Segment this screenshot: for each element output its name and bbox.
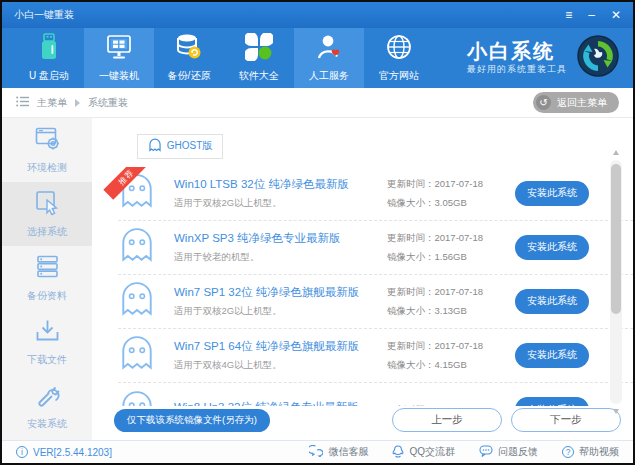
nav-item-software-center[interactable]: 软件大全 <box>224 28 294 88</box>
update-time: 更新时间：2017-07-18 <box>387 400 499 406</box>
return-main-menu-button[interactable]: ↺ 返回主菜单 <box>533 92 619 113</box>
nav-item-label: 人工服务 <box>309 69 349 83</box>
ghost-icon <box>118 390 156 406</box>
sidebar-item-choose-system[interactable]: 选择系统 <box>2 182 92 246</box>
top-nav: U 盘启动 一键装机 <box>2 28 633 88</box>
system-subtitle: 适用于较老的机型。 <box>174 251 387 264</box>
system-title[interactable]: Win8 Up3 32位 纯净绿色专业最新版 <box>174 400 387 406</box>
system-list: 推荐 Win10 LTSB 32位 纯净绿色最新版 适用于双核2G以上机型。 <box>92 167 633 406</box>
sidebar-item-backup-data[interactable]: 备份资料 <box>2 246 92 310</box>
scroll-up-arrow[interactable] <box>613 150 619 155</box>
back-arrow-icon: ↺ <box>536 95 551 110</box>
breadcrumb-arrow-icon <box>75 99 80 107</box>
version-label: VER[2.5.44.1203] <box>33 447 112 458</box>
system-row: Win7 SP1 32位 纯净绿色旗舰最新版 适用于双核2G以上机型。 更新时间… <box>118 275 633 329</box>
brand-slogan: 最好用的系统重装工具 <box>467 63 567 76</box>
next-step-button[interactable]: 下一步 <box>511 408 621 432</box>
info-icon: i <box>16 446 28 458</box>
system-row: 推荐 Win10 LTSB 32位 纯净绿色最新版 适用于双核2G以上机型。 <box>118 167 633 221</box>
nav-item-label: 备份/还原 <box>168 69 211 83</box>
sidebar-item-label: 备份资料 <box>27 289 67 303</box>
image-size: 镜像大小：4.15GB <box>387 355 499 374</box>
system-title[interactable]: Win10 LTSB 32位 纯净绿色最新版 <box>174 177 387 192</box>
menu-icon[interactable]: ≡ <box>565 9 572 21</box>
system-subtitle: 适用于双核4G以上机型。 <box>174 359 387 372</box>
status-bar: i VER[2.5.44.1203] 微信客服 <box>2 440 633 463</box>
breadcrumb-current: 系统重装 <box>88 96 128 110</box>
update-time: 更新时间：2017-07-18 <box>387 282 499 301</box>
download-icon <box>34 317 61 348</box>
wechat-service-link[interactable]: 微信客服 <box>309 445 368 460</box>
breadcrumb-root[interactable]: 主菜单 <box>37 96 67 110</box>
scrollbar[interactable] <box>610 160 622 404</box>
minimize-icon[interactable]: – <box>588 9 595 21</box>
sidebar-item-label: 选择系统 <box>27 225 67 239</box>
ghost-icon <box>118 335 156 375</box>
system-row: Win7 SP1 64位 纯净绿色旗舰最新版 适用于双核4G以上机型。 更新时间… <box>118 329 633 383</box>
ghost-icon <box>118 227 156 267</box>
brand-name: 小白系统 <box>467 40 567 63</box>
system-title[interactable]: Win7 SP1 64位 纯净绿色旗舰最新版 <box>174 339 387 354</box>
image-size: 镜像大小：3.13GB <box>387 301 499 320</box>
main-panel: GHOST版 推荐 Win10 LTSB 32位 纯净绿色最新版 <box>92 118 633 440</box>
nav-item-backup-restore[interactable]: 备份/还原 <box>154 28 224 88</box>
sidebar-item-env-check[interactable]: 环境检测 <box>2 118 92 182</box>
nav-item-official-site[interactable]: 官方网站 <box>364 28 434 88</box>
update-time: 更新时间：2017-07-18 <box>387 228 499 247</box>
system-row: WinXP SP3 纯净绿色专业最新版 适用于较老的机型。 更新时间：2017-… <box>118 221 633 275</box>
brand-logo-icon <box>577 35 619 81</box>
feedback-link[interactable]: 问题反馈 <box>479 445 538 460</box>
help-video-link[interactable]: ? 帮助视频 <box>562 445 619 460</box>
qq-group-link[interactable]: QQ交流群 <box>392 445 455 460</box>
install-system-button[interactable]: 安装此系统 <box>515 289 589 314</box>
sidebar-item-download-files[interactable]: 下载文件 <box>2 310 92 374</box>
install-system-button[interactable]: 安装此系统 <box>515 397 589 406</box>
scroll-down-arrow[interactable] <box>613 409 619 414</box>
cursor-select-icon <box>34 189 61 220</box>
sidebar-item-label: 下载文件 <box>27 353 67 367</box>
install-system-button[interactable]: 安装此系统 <box>515 343 589 368</box>
qq-penguin-icon <box>392 445 404 460</box>
nav-item-label: U 盘启动 <box>29 69 69 83</box>
sidebar-item-install-system[interactable]: 安装系统 <box>2 374 92 438</box>
nav-item-human-service[interactable]: 人工服务 <box>294 28 364 88</box>
window-title: 小白一键重装 <box>14 8 74 22</box>
system-subtitle: 适用于双核2G以上机型。 <box>174 197 387 210</box>
nav-item-one-key-install[interactable]: 一键装机 <box>84 28 154 88</box>
monitor-windows-icon <box>105 33 133 65</box>
brand: 小白系统 最好用的系统重装工具 <box>467 28 633 88</box>
nav-item-usb-boot[interactable]: U 盘启动 <box>14 28 84 88</box>
system-row: Win8 Up3 32位 纯净绿色专业最新版 更新时间：2017-07-18 安… <box>118 383 633 406</box>
usb-drive-icon <box>36 33 62 65</box>
feedback-bubble-icon <box>479 445 493 459</box>
database-restore-icon <box>175 33 203 65</box>
title-bar: 小白一键重装 ≡ – ✕ <box>2 2 633 28</box>
nav-item-label: 软件大全 <box>239 69 279 83</box>
nav-item-label: 官方网站 <box>379 69 419 83</box>
system-title[interactable]: Win7 SP1 32位 纯净绿色旗舰最新版 <box>174 285 387 300</box>
sidebar: 环境检测 选择系统 <box>2 118 92 440</box>
tab-ghost-edition[interactable]: GHOST版 <box>137 134 223 159</box>
footer-action-bar: 仅下载该系统镜像文件(另存为) 上一步 下一步 <box>92 406 633 440</box>
install-system-button[interactable]: 安装此系统 <box>515 235 589 260</box>
system-subtitle: 适用于双核2G以上机型。 <box>174 305 387 318</box>
sidebar-item-label: 安装系统 <box>27 417 67 431</box>
image-size: 镜像大小：1.56GB <box>387 247 499 266</box>
system-title[interactable]: WinXP SP3 纯净绿色专业最新版 <box>174 231 387 246</box>
previous-step-button[interactable]: 上一步 <box>392 408 502 432</box>
image-size: 镜像大小：3.05GB <box>387 193 499 212</box>
close-icon[interactable]: ✕ <box>611 9 621 21</box>
update-time: 更新时间：2017-07-18 <box>387 336 499 355</box>
download-image-only-button[interactable]: 仅下载该系统镜像文件(另存为) <box>114 409 270 432</box>
scrollbar-thumb[interactable] <box>611 164 621 314</box>
person-heart-icon <box>315 33 343 65</box>
question-icon: ? <box>562 446 574 458</box>
clover-apps-icon <box>245 33 273 65</box>
sidebar-item-label: 环境检测 <box>27 161 67 175</box>
nav-item-label: 一键装机 <box>99 69 139 83</box>
window-gear-icon <box>34 125 61 156</box>
ghost-icon <box>148 138 162 154</box>
update-time: 更新时间：2017-07-18 <box>387 174 499 193</box>
install-system-button[interactable]: 安装此系统 <box>515 181 589 206</box>
globe-icon <box>385 33 413 65</box>
